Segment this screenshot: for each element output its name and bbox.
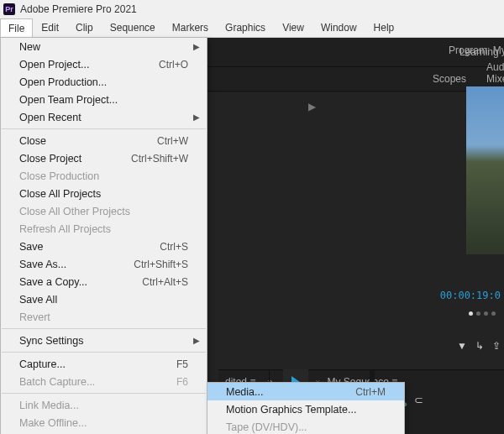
menu-shortcut: Ctrl+Alt+S [142,276,188,288]
menu-separator [2,393,206,394]
misc-icon[interactable]: ⊂ [414,394,423,406]
menu-item-label: Close All Projects [19,188,188,200]
menu-item-label: Motion Graphics Template... [226,404,386,416]
menu-edit[interactable]: Edit [33,18,67,37]
export-icon[interactable]: ⇪ [492,340,501,352]
submenu-arrow-icon: ▶ [193,42,200,51]
program-timecode: 00:00:19:0 [440,290,501,301]
play-small-icon: ▶ [308,101,316,112]
menu-item-open-production[interactable]: Open Production... [1,73,207,91]
menu-item-label: Close All Other Projects [19,206,188,217]
menu-item-link-media: Link Media... [1,396,207,414]
menu-item-label: Open Recent [19,112,188,123]
menu-item-label: Save a Copy... [19,276,142,288]
menu-item-label: Save All [19,294,188,306]
menu-item-label: Open Project... [19,59,159,71]
menu-shortcut: F6 [176,376,188,388]
menu-item-label: Revert [19,311,188,323]
menu-item-label: Media... [226,386,355,398]
titlebar: Pr Adobe Premiere Pro 2021 [0,0,504,18]
menu-item-label: Save [19,241,160,253]
menu-item-open-project[interactable]: Open Project...Ctrl+O [1,55,207,73]
app-icon: Pr [3,3,15,15]
submenu-item-motion-graphics-template[interactable]: Motion Graphics Template... [207,400,404,418]
menu-item-label: Open Production... [19,76,188,88]
menu-item-label: Refresh All Projects [19,223,188,235]
menu-item-close[interactable]: CloseCtrl+W [1,132,207,149]
arrow-icon[interactable]: ↳ [475,340,484,352]
file-menu-dropdown: New▶Open Project...Ctrl+OOpen Production… [0,37,207,434]
menu-item-save-as[interactable]: Save As...Ctrl+Shift+S [1,255,207,273]
menu-item-close-all-projects[interactable]: Close All Projects [1,185,207,202]
menu-window[interactable]: Window [312,18,365,37]
menu-separator [2,128,206,129]
menu-item-batch-capture: Batch Capture...F6 [1,373,207,390]
menu-item-capture[interactable]: Capture...F5 [1,355,207,373]
app-title: Adobe Premiere Pro 2021 [20,3,137,15]
menu-shortcut: Ctrl+S [160,241,188,253]
menubar: FileEditClipSequenceMarkersGraphicsViewW… [0,18,504,38]
submenu-arrow-icon: ▶ [193,112,200,122]
menu-item-close-all-other-projects: Close All Other Projects [1,202,207,220]
menu-item-label: Capture... [19,358,176,370]
menu-item-sync-settings[interactable]: Sync Settings▶ [1,332,207,349]
menu-sequence[interactable]: Sequence [102,18,164,37]
menu-separator [2,352,206,353]
menu-shortcut: Ctrl+M [355,386,386,398]
menu-item-make-offline: Make Offline... [1,414,207,431]
menu-shortcut: Ctrl+W [157,135,188,147]
menu-view[interactable]: View [274,18,312,37]
menu-item-close-production: Close Production [1,167,207,185]
menu-item-label: Link Media... [19,400,188,411]
export-submenu: Media...Ctrl+MMotion Graphics Template..… [207,382,405,434]
menu-item-label: Batch Capture... [19,376,176,388]
workspace-area: Learning Assembly Editing Color Scopes A… [207,38,504,434]
menu-item-revert: Revert [1,308,207,326]
marker-dots [469,311,496,316]
menu-shortcut: Ctrl+Shift+S [134,259,188,270]
menu-item-label: Tape (DV/HDV)... [226,421,386,433]
menu-item-save[interactable]: SaveCtrl+S [1,238,207,255]
menu-item-save-a-copy[interactable]: Save a Copy...Ctrl+Alt+S [1,273,207,290]
program-panel-title: Program: My Se [445,38,504,63]
menu-item-label: Close [19,135,157,147]
menu-help[interactable]: Help [365,18,403,37]
menu-item-close-project[interactable]: Close ProjectCtrl+Shift+W [1,149,207,167]
menu-item-open-team-project[interactable]: Open Team Project... [1,91,207,108]
menu-separator [2,328,206,329]
program-monitor-panel: Program: My Se 00:00:19:0 ▼ ↳ ⇪ [445,38,504,348]
menu-item-label: Close Production [19,170,188,182]
menu-item-open-recent[interactable]: Open Recent▶ [1,108,207,126]
submenu-item-media[interactable]: Media...Ctrl+M [207,383,404,400]
program-video-preview[interactable] [466,86,504,254]
menu-shortcut: Ctrl+Shift+W [131,153,188,165]
panel-toolbar: ▼ ↳ ⇪ [457,340,501,352]
menu-graphics[interactable]: Graphics [217,18,274,37]
menu-item-label: Sync Settings [19,335,188,347]
menu-shortcut: F5 [176,358,188,370]
menu-file[interactable]: File [0,18,33,37]
menu-item-new[interactable]: New▶ [1,38,207,55]
submenu-item-tape-dv-hdv: Tape (DV/HDV)... [207,418,404,434]
menu-item-label: Close Project [19,153,131,165]
menu-item-save-all[interactable]: Save All [1,290,207,308]
funnel-icon[interactable]: ▼ [457,340,467,352]
menu-item-label: New [19,41,188,53]
menu-item-label: Make Offline... [19,417,188,429]
menu-clip[interactable]: Clip [67,18,102,37]
menu-markers[interactable]: Markers [164,18,217,37]
submenu-arrow-icon: ▶ [193,336,200,345]
menu-item-label: Open Team Project... [19,94,188,106]
menu-item-label: Save As... [19,259,134,270]
menu-shortcut: Ctrl+O [159,59,188,71]
menu-item-refresh-all-projects: Refresh All Projects [1,220,207,238]
